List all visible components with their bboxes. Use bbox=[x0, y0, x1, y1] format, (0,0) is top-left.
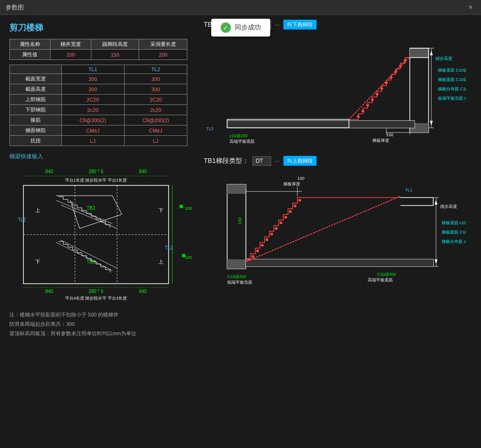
svg-point-31 bbox=[366, 104, 369, 107]
svg-text:C10@200: C10@200 bbox=[377, 272, 396, 277]
notes-section: 注：楼梯水平投影面积不扣除小于 500 的楼梯井 防滑条两端起步距离共：300 … bbox=[9, 310, 187, 338]
floor-plan-diagram: 840 280 * 6 840 平台1长度 踏步段水平 平台2长度 bbox=[9, 168, 187, 303]
svg-marker-73 bbox=[435, 200, 437, 205]
svg-point-64 bbox=[275, 227, 278, 230]
tb2-section: TB2梯段类型： ··· 向下跑梯段 bbox=[204, 20, 474, 147]
tb1-direction-btn[interactable]: 向上跑梯段 bbox=[283, 156, 317, 166]
svg-text:踏步高度: 踏步高度 bbox=[440, 204, 457, 209]
tl1-val-6: LJ bbox=[61, 136, 124, 146]
svg-point-66 bbox=[284, 216, 287, 219]
tl-header-row: TL1 TL2 bbox=[10, 65, 187, 74]
svg-point-61 bbox=[261, 244, 264, 247]
svg-text:150: 150 bbox=[237, 217, 242, 224]
note-1: 注：楼梯水平投影面积不扣除小于 500 的楼梯井 bbox=[9, 310, 187, 320]
tl1-val-4: C8@200(2) bbox=[61, 115, 124, 125]
svg-point-67 bbox=[289, 210, 292, 213]
properties-table: 属性名称 梯井宽度 踢脚段高度 采洞量长度 属性值 200 150 200 bbox=[9, 39, 187, 60]
svg-point-68 bbox=[294, 205, 296, 207]
svg-text:梯板厚度: 梯板厚度 bbox=[372, 138, 389, 143]
lower-right-label: 上 bbox=[158, 259, 163, 264]
attr-height: 150 bbox=[91, 50, 139, 60]
sync-text: 同步成功 bbox=[235, 23, 261, 32]
tl2-val-6: LJ bbox=[124, 136, 187, 146]
tl-table-section: TL1 TL2 截面宽度 200 200 截面高度 300 300 上部钢筋 2… bbox=[9, 65, 187, 146]
table-row: 下部钢筋 2c20 2c20 bbox=[10, 105, 187, 115]
window-title: 参数图 bbox=[6, 3, 24, 12]
main-content: 剪刀楼梯 属性名称 梯井宽度 踢脚段高度 采洞量长度 属性值 200 150 2… bbox=[0, 15, 481, 448]
tb2-label: TB2 bbox=[87, 206, 96, 211]
tl1-val-2: 2C20 bbox=[61, 95, 124, 105]
svg-point-26 bbox=[390, 76, 392, 79]
close-button[interactable]: × bbox=[466, 3, 475, 12]
table-row: 截面高度 300 300 bbox=[10, 84, 187, 95]
svg-line-6 bbox=[56, 200, 112, 224]
svg-rect-18 bbox=[410, 48, 429, 58]
sync-banner: ✓ 同步成功 bbox=[211, 19, 270, 37]
dim-bot-1: 840 bbox=[45, 289, 53, 294]
dim-top-3: 840 bbox=[139, 169, 147, 174]
upper-right-label: 下 bbox=[158, 207, 163, 213]
svg-text:梯板面筋  C10@200: 梯板面筋 C10@200 bbox=[441, 230, 466, 235]
svg-rect-17 bbox=[410, 48, 429, 132]
tl2-val-5: CMéJ bbox=[124, 125, 187, 136]
svg-point-63 bbox=[270, 233, 273, 235]
quick-input-link[interactable]: 梯梁快速输入 bbox=[9, 153, 43, 161]
note-3: 梁顶标高同板顶：所有参数未注明单位时均以mm为单位 bbox=[9, 329, 187, 338]
svg-point-58 bbox=[247, 258, 250, 261]
svg-point-65 bbox=[280, 221, 282, 224]
tb1-diagram-svg: 100 梯板厚度 踏步高度 TL1 C10@200 低端平板负筋 C10@200… bbox=[204, 170, 466, 292]
svg-text:100: 100 bbox=[386, 132, 393, 137]
right-panel: TB2梯段类型： ··· 向下跑梯段 bbox=[197, 15, 481, 448]
tl1-diagram-label: TL1 bbox=[165, 245, 173, 250]
row-label-6: 抗扭 bbox=[10, 136, 62, 146]
svg-text:梯板底筋  C10@200: 梯板底筋 C10@200 bbox=[437, 68, 466, 73]
section-title: 剪刀楼梯 bbox=[9, 22, 187, 33]
svg-rect-53 bbox=[227, 184, 246, 194]
tl2-val-2: 2C20 bbox=[124, 95, 187, 105]
tl1-val-5: CMéJ bbox=[61, 125, 124, 136]
table-row: 侧面钢筋 CMéJ CMéJ bbox=[10, 125, 187, 136]
dim-top-1: 840 bbox=[45, 169, 53, 174]
title-bar: 参数图 × bbox=[0, 0, 481, 15]
svg-marker-74 bbox=[435, 259, 437, 264]
svg-text:100: 100 bbox=[297, 176, 304, 181]
svg-point-60 bbox=[256, 250, 259, 252]
col-length: 采洞量长度 bbox=[139, 39, 187, 50]
tb1-label-text: TB1梯段类型： bbox=[204, 157, 249, 165]
tb1-label: TB2 bbox=[87, 259, 96, 264]
row-label-1: 截面高度 bbox=[10, 84, 62, 95]
table-row: 箍筋 C8@200(2) C8@200(2) bbox=[10, 115, 187, 125]
svg-text:TL1: TL1 bbox=[405, 188, 413, 192]
tb1-section: TB1梯段类型： ··· 向上跑梯段 bbox=[204, 156, 474, 292]
tb1-type-input[interactable] bbox=[252, 156, 271, 166]
floor-plan-svg: 840 280 * 6 840 平台1长度 踏步段水平 平台2长度 bbox=[9, 168, 192, 303]
svg-text:梯板面筋  C10@200: 梯板面筋 C10@200 bbox=[437, 77, 466, 82]
tl2-val-4: C8@200(2) bbox=[124, 115, 187, 125]
table-row: 截面宽度 200 200 bbox=[10, 74, 187, 84]
svg-text:高端平板底筋: 高端平板底筋 bbox=[368, 278, 393, 282]
tb1-header: TB1梯段类型： ··· 向上跑梯段 bbox=[204, 156, 474, 166]
tb1-dots: ··· bbox=[275, 158, 280, 164]
svg-point-32 bbox=[362, 110, 364, 112]
svg-text:高端平板底筋: 高端平板底筋 bbox=[229, 139, 255, 144]
tl-table: TL1 TL2 截面宽度 200 200 截面高度 300 300 上部钢筋 2… bbox=[9, 65, 187, 146]
table-row: 抗扭 LJ LJ bbox=[10, 136, 187, 146]
svg-rect-54 bbox=[227, 259, 246, 269]
svg-point-24 bbox=[399, 65, 402, 67]
table-header-row: 属性名称 梯井宽度 踢脚段高度 采洞量长度 bbox=[10, 39, 187, 50]
row-label-5: 侧面钢筋 bbox=[10, 125, 62, 136]
svg-text:楼梯宽: 楼梯宽 bbox=[179, 205, 184, 209]
svg-marker-37 bbox=[430, 51, 433, 55]
svg-text:低端平板负筋  C10@200: 低端平板负筋 C10@200 bbox=[438, 96, 466, 101]
svg-text:梯板分布筋  c10@200: 梯板分布筋 c10@200 bbox=[441, 239, 466, 244]
tb2-direction-btn[interactable]: 向下跑梯段 bbox=[283, 20, 317, 29]
upper-stair-tb2: TB2 bbox=[56, 196, 122, 228]
svg-point-59 bbox=[252, 255, 254, 258]
svg-point-28 bbox=[380, 87, 383, 90]
row-label-4: 箍筋 bbox=[10, 115, 62, 125]
dim-top-2: 280 * 6 bbox=[89, 169, 104, 174]
properties-table-section: 属性名称 梯井宽度 踢脚段高度 采洞量长度 属性值 200 150 200 bbox=[9, 39, 187, 60]
tl1-val-0: 200 bbox=[61, 74, 124, 84]
svg-rect-21 bbox=[227, 121, 414, 128]
attr-width: 200 bbox=[50, 50, 91, 60]
